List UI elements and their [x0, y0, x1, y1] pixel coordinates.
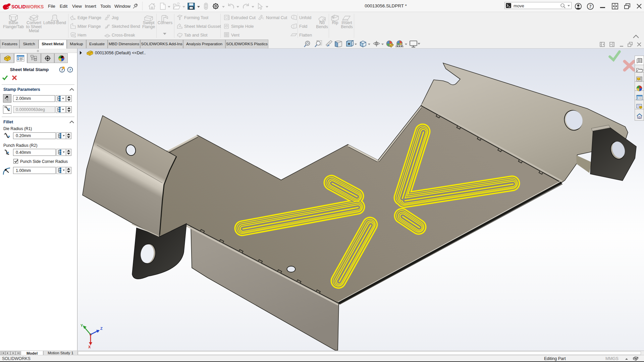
- svg-text:Y: Y: [80, 323, 83, 327]
- svg-text:SOLIDWORKS: SOLIDWORKS: [11, 4, 44, 9]
- svg-text:X: X: [88, 345, 91, 349]
- svg-text:00013056 (Default) <<Def...: 00013056 (Default) <<Def...: [95, 51, 146, 55]
- svg-text:Z: Z: [100, 326, 103, 330]
- svg-text:?: ?: [589, 4, 592, 9]
- svg-text:?: ?: [69, 68, 71, 72]
